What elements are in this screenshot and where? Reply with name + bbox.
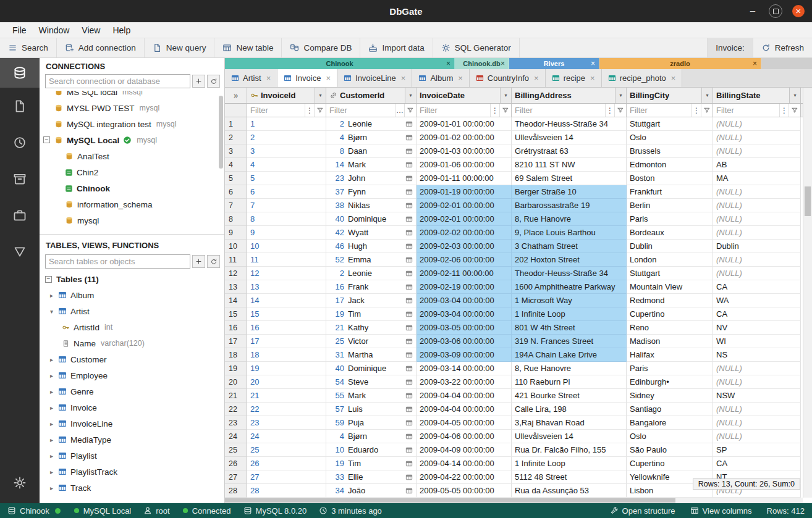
grid-cell[interactable]: 2009-02-19 00:00:00 xyxy=(417,280,512,294)
grid-cell[interactable]: 14Mark xyxy=(326,158,417,172)
grid-cell[interactable]: 10 xyxy=(247,240,326,253)
grid-cell[interactable]: (NULL) xyxy=(713,144,801,158)
grid-cell[interactable]: CA xyxy=(713,457,801,470)
open-reference-icon[interactable] xyxy=(403,148,413,155)
rail-archive-button[interactable] xyxy=(0,161,40,197)
grid-cell[interactable]: Brussels xyxy=(627,144,713,158)
row-number[interactable]: 27 xyxy=(225,470,247,484)
close-group-icon[interactable]: × xyxy=(591,59,595,68)
grid-cell[interactable]: NSW xyxy=(713,389,801,403)
grid-cell[interactable]: 34João xyxy=(326,484,417,498)
grid-cell[interactable]: 2009-04-22 00:00:00 xyxy=(417,470,512,484)
close-group-icon[interactable]: × xyxy=(753,59,757,68)
filter-menu-button[interactable]: ⋮ xyxy=(605,104,614,117)
grid-cell[interactable]: Berlin xyxy=(627,199,713,212)
open-reference-icon[interactable] xyxy=(403,487,413,495)
row-number[interactable]: 12 xyxy=(225,267,247,280)
grid-cell[interactable]: 19 xyxy=(247,362,326,375)
funnel-icon[interactable] xyxy=(614,104,626,117)
connection-item-ms-sql-local[interactable]: MS SQL localmssql xyxy=(40,91,224,100)
grid-cell[interactable]: 23John xyxy=(326,172,417,185)
grid-cell[interactable]: (NULL) xyxy=(713,185,801,199)
grid-cell[interactable]: Dublin xyxy=(627,240,713,253)
row-number[interactable]: 6 xyxy=(225,185,247,199)
open-reference-icon[interactable] xyxy=(403,392,413,399)
grid-cell[interactable]: 194A Chain Lake Drive xyxy=(512,348,627,362)
grid-cell[interactable]: 25 xyxy=(247,443,326,457)
row-number[interactable]: 10 xyxy=(225,240,247,253)
connection-item-information-schema[interactable]: information_schema xyxy=(40,196,224,212)
grid-cell[interactable]: MA xyxy=(713,172,801,185)
row-number[interactable]: 7 xyxy=(225,199,247,212)
grid-cell[interactable]: (NULL) xyxy=(713,267,801,280)
filter-cell-InvoiceId[interactable]: Filter⋮ xyxy=(247,104,326,117)
connection-item-mysql[interactable]: mysql xyxy=(40,212,224,228)
grid-cell[interactable]: 40Dominique xyxy=(326,212,417,226)
menu-view[interactable]: View xyxy=(75,25,106,35)
grid-cell[interactable]: Boston xyxy=(627,172,713,185)
column-menu-button[interactable]: ▾ xyxy=(789,88,800,103)
grid-cell[interactable]: 2Leonie xyxy=(326,117,417,131)
tab-invoiceline[interactable]: InvoiceLine× xyxy=(337,69,412,87)
row-number[interactable]: 16 xyxy=(225,321,247,335)
minimize-button[interactable] xyxy=(746,5,759,17)
column-header-InvoiceId[interactable]: InvoiceId▾ xyxy=(247,88,326,104)
chevron-right-icon[interactable]: ▸ xyxy=(47,453,56,459)
row-number[interactable]: 11 xyxy=(225,253,247,267)
grid-cell[interactable]: 3,Raj Bhavan Road xyxy=(512,416,627,430)
grid-cell[interactable]: Cupertino xyxy=(627,457,713,470)
grid-cell[interactable]: Theodor-Heuss-Straße 34 xyxy=(512,267,627,280)
connection-item-mysql-local[interactable]: −MySQL Localmysql xyxy=(40,132,224,148)
grid-cell[interactable]: Paris xyxy=(627,212,713,226)
horizontal-scrollbar[interactable] xyxy=(225,498,803,503)
grid-cell[interactable]: 24 xyxy=(247,430,326,443)
filter-menu-button[interactable]: ⋮ xyxy=(305,104,314,117)
row-number[interactable]: 9 xyxy=(225,226,247,240)
grid-cell[interactable]: Oslo xyxy=(627,131,713,144)
grid-cell[interactable]: 319 N. Frances Street xyxy=(512,335,627,348)
connection-item-chinook[interactable]: Chinook xyxy=(40,180,224,196)
row-number[interactable]: 19 xyxy=(225,362,247,375)
grid-cell[interactable]: 15 xyxy=(247,307,326,321)
new-table-button[interactable]: New table xyxy=(214,38,282,57)
rail-file-button[interactable] xyxy=(0,88,40,124)
grid-cell[interactable]: 52Emma xyxy=(326,253,417,267)
grid-cell[interactable]: 40Dominique xyxy=(326,362,417,375)
open-structure-button[interactable]: Open structure xyxy=(610,506,675,516)
column-menu-button[interactable]: ▾ xyxy=(500,88,511,103)
grid-cell[interactable]: 2009-03-06 00:00:00 xyxy=(417,335,512,348)
grid-cell[interactable]: NV xyxy=(713,321,801,335)
open-reference-icon[interactable] xyxy=(403,311,413,318)
grid-cell[interactable]: 2009-02-01 00:00:00 xyxy=(417,199,512,212)
open-reference-icon[interactable] xyxy=(403,283,413,291)
grid-cell[interactable]: SP xyxy=(713,443,801,457)
close-tab-icon[interactable]: × xyxy=(326,73,331,83)
open-reference-icon[interactable] xyxy=(403,229,413,236)
open-reference-icon[interactable] xyxy=(403,297,413,304)
grid-cell[interactable]: 8, Rue Hanovre xyxy=(512,362,627,375)
grid-cell[interactable]: 69 Salem Street xyxy=(512,172,627,185)
grid-cell[interactable]: 10Eduardo xyxy=(326,443,417,457)
open-reference-icon[interactable] xyxy=(403,188,413,196)
filter-cell-CustomerId[interactable]: Filter… xyxy=(326,104,417,117)
close-tab-icon[interactable]: × xyxy=(534,73,539,83)
add-connection-small-button[interactable] xyxy=(192,75,205,88)
grid-cell[interactable]: 1 Microsoft Way xyxy=(512,294,627,307)
grid-cell[interactable]: 202 Hoxton Street xyxy=(512,253,627,267)
tab-album[interactable]: Album× xyxy=(412,69,469,87)
table-item-mediatype[interactable]: ▸MediaType xyxy=(40,432,224,448)
table-item-artist[interactable]: ▾Artist xyxy=(40,303,224,319)
tab-group-chinook[interactable]: Chinook× xyxy=(225,58,455,69)
grid-cell[interactable]: (NULL) xyxy=(713,362,801,375)
grid-cell[interactable]: (NULL) xyxy=(713,430,801,443)
filter-input[interactable]: Filter xyxy=(420,106,490,115)
horizontal-scrollbar-thumb[interactable] xyxy=(225,498,675,503)
row-number[interactable]: 23 xyxy=(225,416,247,430)
grid-cell[interactable]: 19Tim xyxy=(326,307,417,321)
grid-cell[interactable]: 25Victor xyxy=(326,335,417,348)
tab-countryinfo[interactable]: CountryInfo× xyxy=(470,69,546,87)
grid-corner-button[interactable]: » xyxy=(225,88,247,104)
filter-input[interactable]: Filter xyxy=(716,106,779,115)
grid-cell[interactable]: Ullevålsveien 14 xyxy=(512,430,627,443)
grid-cell[interactable]: Barbarossastraße 19 xyxy=(512,199,627,212)
